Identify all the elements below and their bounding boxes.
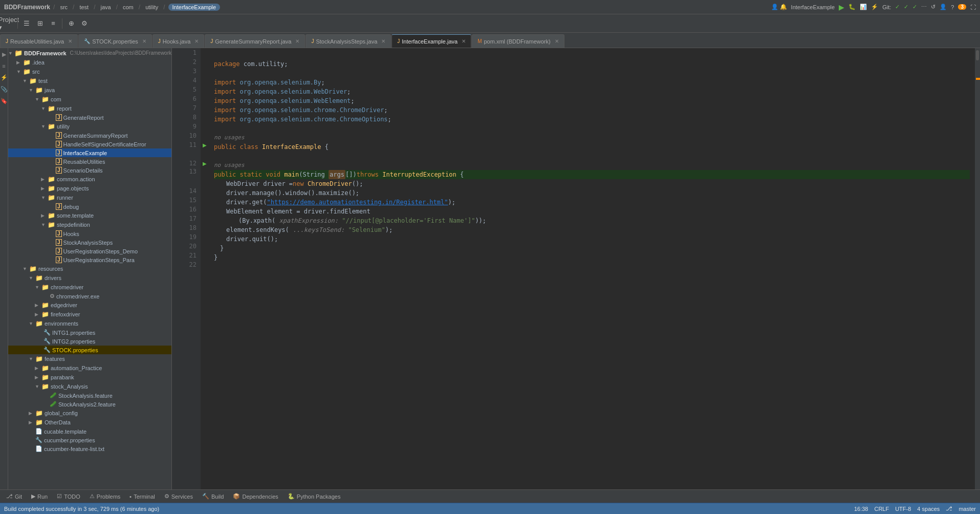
sidebar-item-intg2[interactable]: ▶ 🔧 INTG2.properties [8, 337, 171, 346]
sidebar-item-runner[interactable]: ▼ 📁 runner [8, 193, 171, 202]
sidebar-item-intg1[interactable]: ▶ 🔧 INTG1.properties [8, 328, 171, 337]
profile-button[interactable]: ⚡ [871, 4, 878, 10]
sidebar-item-generate-report[interactable]: ▶ J GenerateReport [8, 113, 171, 122]
nav-java[interactable]: java [98, 3, 113, 11]
run-arrow-13[interactable]: ▶ [203, 161, 207, 166]
sidebar-item-stock-properties[interactable]: ▶ 🔧 STOCK.properties [8, 346, 171, 354]
bottom-tab-todo[interactable]: ☑ TODO [53, 491, 84, 502]
toolbar-grid-icon[interactable]: ⊞ [34, 18, 46, 29]
coverage-button[interactable]: 📊 [860, 4, 867, 10]
bottom-tab-services[interactable]: ⚙ Services [160, 491, 197, 502]
sidebar-item-reusable[interactable]: ▶ J ReusableUtilities [8, 157, 171, 166]
left-panel-icon2[interactable]: ≡ [1, 62, 6, 70]
help-icon[interactable]: ? [951, 4, 954, 10]
bottom-tab-terminal[interactable]: ▪ Terminal [125, 491, 159, 502]
sidebar-item-drivers[interactable]: ▼ 📁 drivers [8, 273, 171, 283]
sidebar-item-hooks[interactable]: ▶ J Hooks [8, 229, 171, 238]
sidebar-item-sa-feature1[interactable]: ▶ 🥒 StockAnalysis.feature [8, 391, 171, 400]
tab-close-stock-steps[interactable]: ✕ [381, 38, 385, 44]
nav-utility[interactable]: utility [143, 3, 160, 11]
status-charset[interactable]: UTF-8 [895, 506, 911, 512]
tab-pom[interactable]: M pom.xml (BDDFramework) ✕ [472, 34, 564, 48]
url-link[interactable]: "https://demo.automationtesting.in/Regis… [267, 198, 448, 207]
sidebar-item-stock-analysis[interactable]: ▼ 📁 stock_Analysis [8, 382, 171, 391]
bottom-tab-problems[interactable]: ⚠ Problems [85, 491, 124, 502]
scrollbar-thumb[interactable] [976, 50, 979, 60]
expand-icon[interactable]: ⛶ [970, 4, 976, 10]
status-indent[interactable]: 4 spaces [917, 506, 940, 512]
sidebar-item-java[interactable]: ▼ 📁 java [8, 85, 171, 95]
run-button[interactable]: ▶ [839, 3, 844, 11]
nav-com[interactable]: com [121, 3, 136, 11]
gutter-11[interactable]: ▶ [201, 140, 209, 149]
sidebar-item-features[interactable]: ▼ 📁 features [8, 354, 171, 363]
nav-src[interactable]: src [58, 3, 70, 11]
sidebar-item-scenario[interactable]: ▶ J ScenarioDetails [8, 166, 171, 175]
sidebar-item-cucable[interactable]: ▶ 📄 cucable.template [8, 427, 171, 436]
tab-interface-example[interactable]: J InterfaceExample.java ✕ [391, 34, 471, 48]
tab-stock-properties[interactable]: 🔧 STOCK.properties ✕ [78, 34, 152, 48]
tab-close-generate[interactable]: ✕ [295, 38, 299, 44]
bottom-tab-python[interactable]: 🐍 Python Packages [284, 491, 345, 502]
sidebar-item-chromedriver[interactable]: ▼ 📁 chromedriver [8, 283, 171, 292]
sidebar-item-cucumber-list[interactable]: ▶ 📄 cucumber-feature-list.txt [8, 444, 171, 453]
status-line-col[interactable]: 16:38 [854, 506, 868, 512]
left-panel-icon4[interactable]: 📎 [0, 85, 9, 94]
sidebar-item-firefoxdriver[interactable]: ▶ 📁 firefoxdriver [8, 310, 171, 319]
bottom-tab-git[interactable]: ⎇ Git [2, 491, 26, 502]
sidebar-item-utility[interactable]: ▼ 📁 utility [8, 122, 171, 131]
sidebar-item-some-template[interactable]: ▶ 📁 some.template [8, 211, 171, 220]
settings-icon[interactable]: ↺ [931, 4, 935, 10]
sidebar-item-environments[interactable]: ▼ 📁 environments [8, 319, 171, 328]
sidebar-item-global-config[interactable]: ▶ 📁 global_config [8, 409, 171, 418]
tab-reusable-utilities[interactable]: J ReusableUtilities.java ✕ [0, 34, 78, 48]
run-arrow-11[interactable]: ▶ [203, 142, 207, 148]
status-branch[interactable]: master [959, 506, 976, 512]
toolbar-settings-icon[interactable]: ⚙ [79, 18, 90, 29]
sidebar-item-edgedriver[interactable]: ▶ 📁 edgedriver [8, 301, 171, 310]
left-panel-icon5[interactable]: 🔖 [0, 97, 9, 105]
bottom-tab-run[interactable]: ▶ Run [27, 491, 52, 502]
sidebar-item-sa-feature2[interactable]: ▶ 🥒 StockAnalysis2.feature [8, 400, 171, 409]
tab-close-stock[interactable]: ✕ [142, 38, 146, 44]
sidebar-item-interface-example[interactable]: ▶ J InterfaceExample [8, 148, 171, 157]
nav-test[interactable]: test [77, 3, 91, 11]
tab-close-reusable[interactable]: ✕ [68, 38, 72, 44]
sidebar-item-parabank[interactable]: ▶ 📁 parabank [8, 373, 171, 382]
sidebar-item-cucumber-props[interactable]: ▶ 🔧 cucumber.properties [8, 436, 171, 444]
toolbar-list-icon[interactable]: ☰ [21, 18, 32, 29]
sidebar-item-hsse[interactable]: ▶ J HandleSelfSignedCertificateError [8, 140, 171, 148]
project-root[interactable]: ▼ 📁 BDDFramework C:\Users\rakes\IdeaProj… [8, 48, 171, 58]
left-panel-icon1[interactable]: ▶ [1, 50, 7, 59]
project-dropdown[interactable]: Project ▾ [3, 18, 14, 29]
toolbar-add-icon[interactable]: ⊕ [66, 18, 77, 29]
sidebar-item-gsr[interactable]: ▶ J GenerateSummaryReport [8, 131, 171, 140]
bottom-tab-dependencies[interactable]: 📦 Dependencies [229, 491, 282, 502]
sidebar-item-resources[interactable]: ▼ 📁 resources [8, 264, 171, 273]
git-check3[interactable]: ✓ [912, 4, 917, 10]
sidebar-item-otherdata[interactable]: ▶ 📁 OtherData [8, 418, 171, 427]
editor-content[interactable]: 1 2 3 4 5 6 7 8 9 10 11 12 13 14 15 16 1 [172, 48, 975, 489]
tab-hooks[interactable]: J Hooks.java ✕ [153, 34, 204, 48]
sidebar-item-debug[interactable]: ▶ J debug [8, 202, 171, 211]
sidebar-item-test[interactable]: ▼ 📁 test [8, 76, 171, 85]
git-check2[interactable]: ✓ [904, 4, 908, 10]
editor-scrollbar[interactable] [975, 48, 980, 489]
sidebar-item-urs-para[interactable]: ▶ J UserRegistrationSteps_Para [8, 255, 171, 264]
tab-close-interface[interactable]: ✕ [462, 38, 466, 44]
tab-generate-summary[interactable]: J GenerateSummaryReport.java ✕ [205, 34, 305, 48]
sidebar-item-idea[interactable]: ▶ 📁 .idea [8, 58, 171, 67]
left-panel-icon3[interactable]: ⚡ [0, 73, 9, 82]
debug-button[interactable]: 🐛 [848, 4, 856, 10]
git-more[interactable]: ⋯ [921, 4, 927, 10]
code-lines[interactable]: package com.utility; import org.openqa.s… [209, 48, 975, 489]
sidebar-item-report[interactable]: ▼ 📁 report [8, 104, 171, 113]
gutter-13[interactable]: ▶ [201, 159, 209, 168]
warning-badge[interactable]: 3 [958, 4, 966, 10]
tab-close-hooks[interactable]: ✕ [194, 38, 199, 44]
git-check1[interactable]: ✓ [895, 4, 900, 10]
sidebar-item-stock-steps[interactable]: ▶ J StockAnalysisSteps [8, 238, 171, 247]
sidebar-item-com[interactable]: ▼ 📁 com [8, 95, 171, 104]
tab-close-pom[interactable]: ✕ [555, 38, 559, 44]
sidebar-item-automation[interactable]: ▶ 📁 automation_Practice [8, 363, 171, 373]
